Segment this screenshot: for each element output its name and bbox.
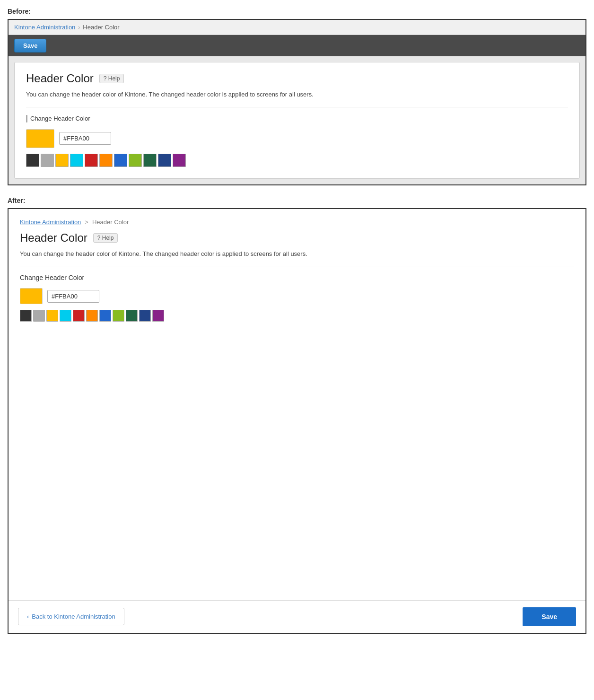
color-swatch[interactable]	[46, 310, 58, 322]
before-help-button[interactable]: ? Help	[99, 74, 124, 83]
after-breadcrumb-sep: >	[85, 219, 88, 226]
after-page-title: Header Color ? Help	[20, 231, 574, 245]
color-swatch[interactable]	[114, 154, 127, 167]
before-page-title: Header Color ? Help	[26, 72, 568, 85]
before-section-heading: Change Header Color	[26, 115, 568, 122]
back-button-label: Back to Kintone Administration	[32, 613, 115, 620]
after-color-swatches	[20, 310, 574, 322]
color-swatch[interactable]	[26, 154, 39, 167]
color-swatch[interactable]	[33, 310, 45, 322]
color-swatch[interactable]	[55, 154, 69, 167]
color-swatch[interactable]	[99, 310, 111, 322]
before-label: Before:	[8, 8, 586, 15]
after-help-button[interactable]: ? Help	[93, 233, 118, 243]
color-swatch[interactable]	[60, 310, 71, 322]
color-swatch[interactable]	[158, 154, 171, 167]
after-section-heading-text: Change Header Color	[20, 274, 84, 281]
before-title-text: Header Color	[26, 72, 94, 85]
after-breadcrumb: Kintone Administration > Header Color	[20, 219, 574, 226]
after-color-row	[20, 288, 574, 304]
after-description: You can change the header color of Kinto…	[20, 249, 574, 259]
before-toolbar: Save	[9, 35, 585, 56]
before-divider	[26, 107, 568, 107]
after-content: Kintone Administration > Header Color He…	[9, 209, 585, 600]
after-breadcrumb-current: Header Color	[92, 219, 129, 226]
after-divider	[20, 266, 574, 266]
after-color-preview	[20, 288, 43, 304]
before-container: Kintone Administration › Header Color Sa…	[8, 19, 586, 185]
color-swatch[interactable]	[129, 154, 142, 167]
color-swatch[interactable]	[99, 154, 113, 167]
after-footer: ‹ Back to Kintone Administration Save	[9, 600, 585, 633]
before-card: Header Color ? Help You can change the h…	[14, 62, 580, 179]
after-title-text: Header Color	[20, 231, 87, 245]
back-chevron-icon: ‹	[27, 613, 29, 620]
before-breadcrumb-link[interactable]: Kintone Administration	[14, 24, 75, 31]
after-breadcrumb-link[interactable]: Kintone Administration	[20, 219, 81, 226]
before-color-preview	[26, 129, 54, 148]
before-breadcrumb-current: Header Color	[83, 24, 119, 31]
before-color-input[interactable]	[59, 132, 111, 145]
before-description: You can change the header color of Kinto…	[26, 90, 568, 99]
after-container: Kintone Administration > Header Color He…	[8, 208, 586, 634]
before-color-swatches	[26, 154, 568, 167]
back-button[interactable]: ‹ Back to Kintone Administration	[18, 608, 124, 625]
color-swatch[interactable]	[41, 154, 54, 167]
color-swatch[interactable]	[20, 310, 32, 322]
color-swatch[interactable]	[85, 154, 98, 167]
color-swatch[interactable]	[173, 154, 186, 167]
after-color-input[interactable]	[47, 290, 99, 303]
color-swatch[interactable]	[143, 154, 157, 167]
color-swatch[interactable]	[126, 310, 138, 322]
before-color-row	[26, 129, 568, 148]
before-content: Header Color ? Help You can change the h…	[9, 56, 585, 184]
before-breadcrumb-arrow: ›	[78, 24, 80, 31]
before-save-button[interactable]: Save	[14, 39, 46, 52]
color-swatch[interactable]	[139, 310, 151, 322]
after-save-button[interactable]: Save	[523, 607, 576, 626]
before-section-heading-text: Change Header Color	[30, 115, 90, 122]
color-swatch[interactable]	[73, 310, 85, 322]
before-breadcrumb: Kintone Administration › Header Color	[9, 20, 585, 35]
color-swatch[interactable]	[152, 310, 164, 322]
after-label: After:	[8, 197, 586, 204]
after-section-heading: Change Header Color	[20, 274, 574, 281]
color-swatch[interactable]	[86, 310, 98, 322]
color-swatch[interactable]	[70, 154, 83, 167]
color-swatch[interactable]	[113, 310, 124, 322]
